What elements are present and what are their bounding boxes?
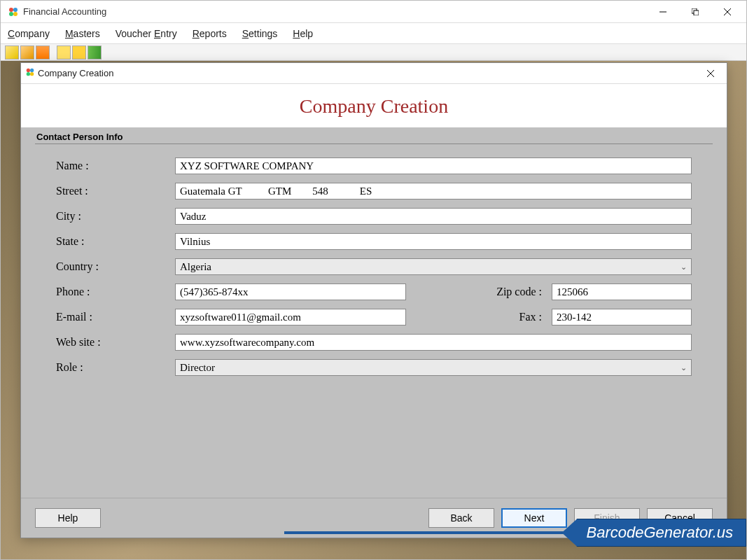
next-button[interactable]: Next xyxy=(501,508,567,528)
dialog-close-button[interactable] xyxy=(699,64,722,83)
svg-point-3 xyxy=(13,12,18,16)
state-input[interactable] xyxy=(175,233,692,250)
app-title: Financial Accounting xyxy=(23,6,647,17)
watermark-line xyxy=(284,531,564,534)
svg-point-9 xyxy=(27,69,30,72)
company-creation-dialog: Company Creation Company Creation Contac… xyxy=(20,62,727,538)
street-label: Street : xyxy=(56,185,175,197)
phone-label: Phone : xyxy=(56,286,175,298)
country-select[interactable]: Algeria ⌄ xyxy=(175,258,692,275)
toolbar xyxy=(1,44,746,61)
phone-input[interactable] xyxy=(175,284,406,300)
menu-masters[interactable]: Masters xyxy=(65,28,100,39)
dialog-heading: Company Creation xyxy=(21,84,727,127)
website-label: Web site : xyxy=(56,336,175,349)
chevron-down-icon: ⌄ xyxy=(680,363,687,372)
help-button[interactable]: Help xyxy=(35,508,101,528)
minimize-button[interactable] xyxy=(647,1,679,22)
window-controls xyxy=(647,1,743,22)
titlebar: Financial Accounting xyxy=(1,1,746,23)
toolbar-btn-3[interactable] xyxy=(36,46,50,59)
role-label: Role : xyxy=(56,361,175,374)
svg-point-0 xyxy=(9,8,13,12)
toolbar-btn-1[interactable] xyxy=(5,46,19,59)
menu-voucher[interactable]: Voucher Entry xyxy=(116,28,177,39)
section-label: Contact Person Info xyxy=(35,127,713,144)
svg-point-10 xyxy=(30,69,34,72)
menu-settings[interactable]: Settings xyxy=(242,28,278,39)
menu-company[interactable]: Company xyxy=(8,28,50,39)
toolbar-btn-4[interactable] xyxy=(57,46,71,59)
country-value: Algeria xyxy=(180,261,211,273)
back-button[interactable]: Back xyxy=(428,508,494,528)
menu-reports[interactable]: Reports xyxy=(193,28,227,39)
city-label: City : xyxy=(56,210,175,223)
state-label: State : xyxy=(56,235,175,248)
client-area: Company Creation Company Creation Contac… xyxy=(1,61,746,559)
dialog-title: Company Creation xyxy=(38,68,699,78)
role-select[interactable]: Director ⌄ xyxy=(175,359,692,376)
close-button[interactable] xyxy=(711,1,743,22)
svg-rect-6 xyxy=(694,10,699,15)
form-area: Name : Street : City : State : xyxy=(35,157,713,384)
maximize-button[interactable] xyxy=(679,1,711,22)
dialog-icon xyxy=(25,67,35,79)
toolbar-btn-6[interactable] xyxy=(88,46,102,59)
name-label: Name : xyxy=(56,160,175,172)
dialog-titlebar: Company Creation xyxy=(21,63,727,84)
dialog-body: Contact Person Info Name : Street : City… xyxy=(21,127,727,498)
main-window: Financial Accounting Company Masters Vou… xyxy=(0,0,747,560)
name-input[interactable] xyxy=(175,158,692,174)
svg-point-1 xyxy=(13,8,18,12)
section-divider xyxy=(35,144,713,144)
toolbar-btn-5[interactable] xyxy=(72,46,86,59)
toolbar-btn-2[interactable] xyxy=(20,46,34,59)
svg-point-11 xyxy=(27,72,30,76)
city-input[interactable] xyxy=(175,208,692,225)
menubar: Company Masters Voucher Entry Reports Se… xyxy=(1,23,746,44)
email-label: E-mail : xyxy=(56,311,175,323)
street-input[interactable] xyxy=(175,183,692,200)
svg-point-12 xyxy=(30,72,34,76)
role-value: Director xyxy=(180,362,215,374)
website-input[interactable] xyxy=(175,334,692,351)
chevron-down-icon: ⌄ xyxy=(680,262,687,272)
country-label: Country : xyxy=(56,260,175,273)
svg-point-2 xyxy=(9,12,13,16)
fax-label: Fax : xyxy=(406,311,552,323)
email-input[interactable] xyxy=(175,309,406,326)
zip-input[interactable] xyxy=(552,284,692,300)
fax-input[interactable] xyxy=(552,309,692,326)
menu-help[interactable]: Help xyxy=(293,28,313,39)
app-icon xyxy=(8,6,19,18)
watermark-badge: BarcodeGenerator.us xyxy=(561,519,746,547)
zip-label: Zip code : xyxy=(406,286,552,298)
